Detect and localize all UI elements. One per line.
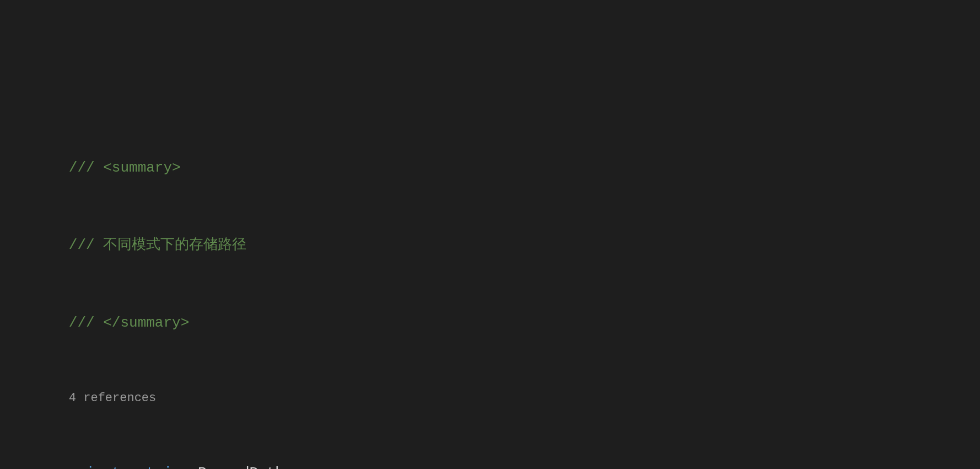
doc-comment-summary-close: /// </summary> bbox=[69, 310, 189, 336]
property-name: RecordPath bbox=[198, 460, 284, 469]
doc-comment-summary-open: /// <summary> bbox=[69, 155, 181, 181]
doc-comment-text: /// 不同模式下的存储路径 bbox=[69, 232, 246, 258]
codelens-references[interactable]: 4 references bbox=[69, 387, 156, 409]
code-line[interactable]: /// </summary> bbox=[0, 310, 980, 336]
code-line[interactable]: /// <summary> bbox=[0, 155, 980, 181]
code-line[interactable]: /// 不同模式下的存储路径 bbox=[0, 232, 980, 258]
code-line[interactable]: private string RecordPath bbox=[0, 460, 980, 469]
code-editor[interactable]: /// <summary> /// 不同模式下的存储路径 /// </summa… bbox=[0, 103, 980, 469]
keyword-string: string bbox=[138, 460, 190, 469]
codelens-line: 4 references bbox=[0, 388, 980, 409]
keyword-private: private bbox=[69, 460, 129, 469]
